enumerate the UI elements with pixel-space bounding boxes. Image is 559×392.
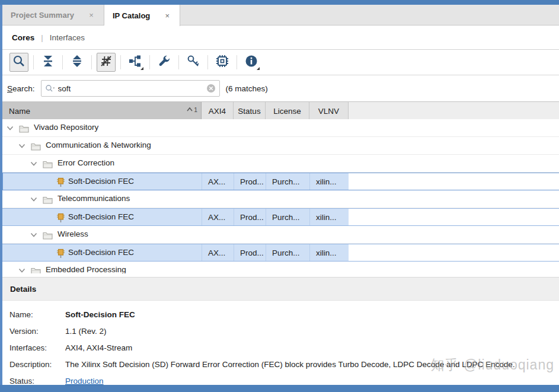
- expand-all-icon: [70, 54, 84, 71]
- chevron-down-icon[interactable]: [30, 160, 38, 170]
- settings-wrench-button[interactable]: [155, 53, 174, 72]
- info-button[interactable]: [242, 53, 261, 72]
- column-header-status[interactable]: Status: [234, 102, 266, 120]
- column-header-name[interactable]: Name1: [2, 102, 202, 120]
- column-header-license[interactable]: License: [266, 102, 309, 120]
- search-row: Search: (6 matches): [2, 75, 559, 101]
- sort-ascending-icon: 1: [186, 106, 197, 113]
- search-field-magnifier-icon[interactable]: [45, 84, 56, 93]
- folder-icon: [19, 125, 29, 135]
- folder-icon: [43, 160, 53, 171]
- settings-wrench-icon: [157, 54, 171, 71]
- tab-close-icon[interactable]: ×: [163, 11, 171, 20]
- search-button[interactable]: [9, 53, 28, 72]
- toolbar-separator: [178, 55, 179, 69]
- column-header-label: AXI4: [209, 107, 226, 116]
- chevron-down-icon[interactable]: [30, 195, 38, 206]
- chevron-down-icon[interactable]: [30, 231, 38, 241]
- chevron-down-icon[interactable]: [18, 142, 26, 152]
- filter-unsupported-button[interactable]: [97, 53, 116, 72]
- tree-item-label: Soft-Decision FEC: [68, 212, 134, 221]
- details-field-label: Interfaces:: [9, 343, 47, 352]
- details-field-label: Status:: [9, 377, 34, 385]
- tree-item-label: Wireless: [58, 230, 88, 238]
- details-field: Name:Soft-Decision FEC: [2, 310, 559, 320]
- tree-row-category[interactable]: Embedded Processing: [2, 262, 559, 273]
- tree-row-category[interactable]: Communication & Networking: [2, 137, 559, 155]
- license-key-button[interactable]: [184, 53, 203, 72]
- details-field: Version:1.1 (Rev. 2): [2, 327, 559, 336]
- ip-core-icon: [56, 213, 65, 225]
- expand-all-button[interactable]: [68, 53, 87, 72]
- tab-bar: Project Summary×IP Catalog×: [2, 5, 559, 26]
- dropdown-caret-icon[interactable]: [140, 67, 143, 70]
- row-filler: [349, 173, 559, 190]
- cell-status: Prod...: [234, 244, 266, 261]
- window-border-left: [0, 5, 2, 392]
- ip-tree: Vivado RepositoryCommunication & Network…: [2, 119, 559, 273]
- tree-item-label: Communication & Networking: [46, 141, 151, 149]
- tree-row-category[interactable]: Vivado Repository: [2, 119, 559, 137]
- chevron-down-icon[interactable]: [6, 124, 14, 135]
- tab-ip-catalog[interactable]: IP Catalog×: [104, 5, 180, 26]
- toolbar-separator: [237, 55, 237, 69]
- search-label: Search:: [7, 84, 35, 93]
- folder-icon: [31, 142, 41, 153]
- column-header-label: Status: [238, 107, 260, 116]
- sort-order-number: 1: [194, 106, 197, 113]
- cell-license: Purch...: [266, 209, 309, 225]
- cell-license: Purch...: [266, 173, 309, 190]
- column-header-vlnv[interactable]: VLNV: [309, 102, 349, 120]
- dropdown-caret-icon[interactable]: [257, 67, 260, 70]
- toolbar-separator: [62, 55, 63, 69]
- column-header-label: Name: [9, 107, 30, 116]
- group-hierarchy-button[interactable]: [126, 53, 145, 72]
- tree-item-label: Soft-Decision FEC: [68, 177, 134, 186]
- cell-vlnv: xilin...: [309, 244, 349, 261]
- cell-axi4: AX...: [202, 209, 234, 225]
- chevron-down-icon[interactable]: [18, 266, 26, 273]
- cell-status: Prod...: [234, 173, 266, 190]
- tree-item-label: Vivado Repository: [34, 123, 98, 132]
- cell-license: Purch...: [266, 244, 309, 261]
- tab-close-icon[interactable]: ×: [87, 11, 95, 20]
- tree-row-ip-core[interactable]: Soft-Decision FECAX...Prod...Purch...xil…: [2, 244, 559, 262]
- column-header-axi4[interactable]: AXI4: [202, 102, 234, 120]
- search-input[interactable]: [56, 84, 203, 93]
- tree-row-ip-core[interactable]: Soft-Decision FECAX...Prod...Purch...xil…: [2, 208, 559, 226]
- tree-row-category[interactable]: Error Correction: [2, 155, 559, 173]
- toolbar-separator: [207, 55, 208, 69]
- tab-project-summary[interactable]: Project Summary×: [2, 5, 104, 26]
- ip-catalog-window: Project Summary×IP Catalog× Cores|Interf…: [0, 0, 559, 392]
- cell-axi4: AX...: [202, 173, 234, 190]
- row-filler: [349, 244, 559, 261]
- ip-settings-chip-button[interactable]: [213, 53, 232, 72]
- subtab-cores[interactable]: Cores: [9, 33, 37, 42]
- collapse-all-icon: [41, 54, 55, 71]
- search-box[interactable]: [41, 80, 220, 97]
- collapse-all-button[interactable]: [39, 53, 58, 72]
- row-filler: [349, 209, 559, 225]
- folder-icon: [43, 231, 53, 242]
- tree-item-label: Soft-Decision FEC: [68, 248, 134, 257]
- details-header: Details: [2, 277, 559, 301]
- details-field-value: AXI4, AXI4-Stream: [65, 343, 132, 352]
- cell-axi4: AX...: [202, 244, 234, 261]
- tree-row-category[interactable]: Wireless: [2, 226, 559, 244]
- cores-interfaces-bar: Cores|Interfaces: [2, 26, 559, 50]
- subtab-interfaces[interactable]: Interfaces: [47, 33, 87, 42]
- folder-icon: [31, 267, 41, 273]
- details-field-label: Name:: [9, 310, 33, 319]
- details-field-value: 1.1 (Rev. 2): [65, 327, 107, 336]
- table-header: Name1AXI4StatusLicenseVLNV: [2, 101, 559, 119]
- search-match-count: (6 matches): [226, 84, 268, 93]
- tree-row-category[interactable]: Telecommunications: [2, 190, 559, 208]
- tree-row-ip-core[interactable]: Soft-Decision FECAX...Prod...Purch...xil…: [2, 173, 559, 190]
- details-field-value-link[interactable]: Production: [65, 377, 104, 385]
- toolbar-separator: [149, 55, 150, 69]
- tree-item-label: Telecommunications: [58, 194, 130, 203]
- tree-item-label: Error Correction: [58, 158, 114, 167]
- license-key-icon: [186, 54, 200, 71]
- cell-vlnv: xilin...: [309, 173, 349, 190]
- search-clear-icon[interactable]: [206, 84, 216, 93]
